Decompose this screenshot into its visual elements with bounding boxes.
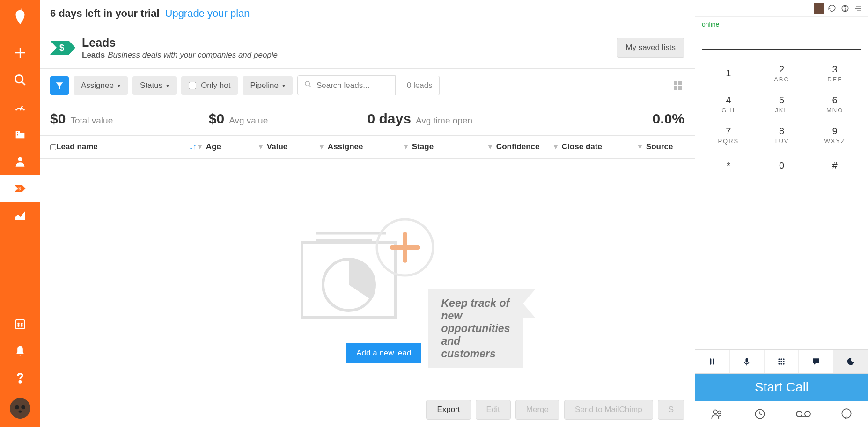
svg-point-45	[778, 361, 780, 362]
microphone-icon[interactable]	[730, 350, 765, 373]
svg-point-15	[10, 398, 30, 419]
status-filter[interactable]: Status▾	[132, 76, 177, 95]
pipeline-filter[interactable]: Pipeline▾	[243, 76, 293, 95]
search-box	[297, 75, 396, 95]
nav-reports[interactable]	[0, 202, 40, 229]
svg-rect-3	[15, 131, 20, 138]
dial-key-7[interactable]: 7PQRS	[702, 120, 755, 151]
nav-help[interactable]	[0, 364, 40, 391]
col-source[interactable]: ▼Source	[637, 142, 693, 152]
filter-toggle-button[interactable]	[50, 76, 69, 95]
filter-icon: ▼	[637, 143, 643, 151]
dialpad-icon[interactable]	[765, 350, 799, 373]
assignee-filter[interactable]: Assignee▾	[74, 76, 128, 95]
dial-key-star[interactable]: *	[702, 151, 755, 181]
svg-point-34	[845, 10, 846, 11]
svg-rect-40	[746, 358, 748, 363]
chat-icon[interactable]	[799, 350, 833, 373]
svg-rect-9	[15, 320, 24, 329]
moon-icon[interactable]	[833, 350, 868, 373]
dial-key-0[interactable]: 0	[755, 151, 809, 181]
add-lead-button[interactable]: Add a new lead	[346, 343, 421, 363]
select-all-checkbox[interactable]	[50, 144, 56, 150]
nav-calendar[interactable]	[0, 310, 40, 337]
only-hot-checkbox[interactable]	[189, 82, 196, 89]
phone-status: online	[695, 17, 868, 32]
svg-point-46	[780, 361, 782, 362]
col-lead-name[interactable]: Lead name↓↑	[56, 142, 197, 152]
avatar-icon[interactable]	[814, 3, 824, 14]
more-button[interactable]: S	[658, 400, 684, 420]
svg-point-47	[783, 361, 784, 362]
svg-rect-6	[17, 134, 18, 135]
svg-line-21	[309, 85, 311, 87]
filter-icon: ▼	[552, 143, 559, 151]
svg-rect-5	[17, 132, 18, 133]
upgrade-link[interactable]: Upgrade your plan	[165, 7, 250, 20]
filter-icon: ▼	[257, 143, 264, 151]
refresh-icon[interactable]	[827, 3, 837, 14]
nav-search[interactable]	[0, 66, 40, 94]
merge-button[interactable]: Merge	[515, 400, 559, 420]
svg-point-55	[805, 411, 810, 417]
chevron-down-icon: ▾	[282, 82, 285, 89]
user-avatar[interactable]	[10, 398, 30, 419]
dial-key-hash[interactable]: #	[808, 151, 861, 181]
history-icon[interactable]	[738, 401, 781, 427]
only-hot-filter[interactable]: Only hot	[181, 76, 238, 95]
phone-number-input[interactable]	[702, 36, 861, 50]
start-call-button[interactable]: Start Call	[695, 374, 868, 401]
edit-button[interactable]: Edit	[476, 400, 511, 420]
dial-key-6[interactable]: 6MNO	[808, 89, 861, 120]
svg-rect-4	[20, 133, 24, 139]
leads-icon: $	[50, 39, 75, 57]
view-grid-button[interactable]	[671, 79, 684, 92]
menu-icon[interactable]	[853, 3, 863, 14]
dial-key-8[interactable]: 8TUV	[755, 120, 809, 151]
mailchimp-button[interactable]: Send to MailChimp	[564, 400, 653, 420]
col-close-date[interactable]: ▼Close date	[552, 142, 637, 152]
dial-key-2[interactable]: 2ABC	[755, 58, 809, 89]
saved-lists-button[interactable]: My saved lists	[617, 38, 684, 58]
dialpad: 1 2ABC 3DEF 4GHI 5JKL 6MNO 7PQRS 8TUV 9W…	[695, 58, 868, 181]
svg-rect-23	[678, 81, 682, 85]
col-age[interactable]: ▼Age	[197, 142, 257, 152]
export-button[interactable]: Export	[426, 400, 471, 420]
col-confidence[interactable]: ▼Confidence	[487, 142, 552, 152]
dial-key-9[interactable]: 9WXYZ	[808, 120, 861, 151]
stat-win-rate: 0.0%	[526, 111, 684, 127]
dial-key-1[interactable]: 1	[702, 58, 755, 89]
col-assignee[interactable]: ▼Assignee	[318, 142, 403, 152]
sidebar: $	[0, 0, 40, 427]
col-value[interactable]: ▼Value	[257, 142, 318, 152]
dial-key-5[interactable]: 5JKL	[755, 89, 809, 120]
stat-avg-time: 0 daysAvg time open	[368, 111, 526, 127]
svg-line-1	[22, 82, 25, 85]
filter-icon: ▼	[197, 143, 203, 151]
search-input[interactable]	[316, 81, 377, 90]
svg-rect-38	[710, 358, 711, 364]
svg-point-49	[780, 363, 782, 364]
svg-text:$: $	[17, 185, 21, 191]
svg-point-11	[21, 323, 22, 324]
contacts-icon[interactable]	[695, 401, 738, 427]
pause-icon[interactable]	[695, 350, 730, 373]
nav-dashboard[interactable]	[0, 94, 40, 121]
nav-companies[interactable]	[0, 121, 40, 148]
voicemail-icon[interactable]	[782, 401, 825, 427]
empty-state: Keep track of new opportunities and cust…	[40, 159, 695, 363]
help-icon[interactable]	[840, 3, 850, 14]
svg-point-14	[19, 381, 21, 383]
filter-icon: ▼	[403, 143, 409, 151]
chat-nav-icon[interactable]	[825, 401, 868, 427]
svg-point-20	[305, 81, 309, 86]
col-stage[interactable]: ▼Stage	[403, 142, 487, 152]
phone-topbar	[695, 0, 868, 17]
nav-add[interactable]	[0, 39, 40, 66]
dial-key-3[interactable]: 3DEF	[808, 58, 861, 89]
nav-leads[interactable]: $	[0, 175, 40, 202]
nav-notifications[interactable]	[0, 337, 40, 364]
dial-key-4[interactable]: 4GHI	[702, 89, 755, 120]
app-logo	[11, 8, 29, 26]
nav-people[interactable]	[0, 148, 40, 175]
